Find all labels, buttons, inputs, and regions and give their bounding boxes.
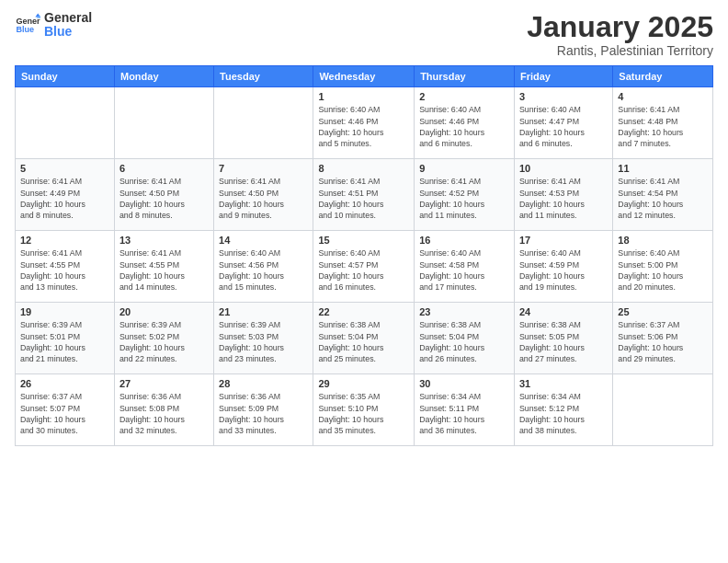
day-info: Sunrise: 6:39 AM Sunset: 5:01 PM Dayligh… <box>20 319 109 364</box>
day-info: Sunrise: 6:39 AM Sunset: 5:03 PM Dayligh… <box>219 319 308 364</box>
day-number: 15 <box>318 235 409 246</box>
logo-general: General <box>44 11 92 25</box>
day-number: 7 <box>219 163 308 174</box>
day-number: 22 <box>318 306 409 317</box>
table-row: 16Sunrise: 6:40 AM Sunset: 4:58 PM Dayli… <box>415 231 515 303</box>
day-info: Sunrise: 6:38 AM Sunset: 5:05 PM Dayligh… <box>519 319 608 364</box>
day-info: Sunrise: 6:40 AM Sunset: 4:59 PM Dayligh… <box>519 247 608 293</box>
day-info: Sunrise: 6:41 AM Sunset: 4:53 PM Dayligh… <box>519 176 608 221</box>
day-info: Sunrise: 6:34 AM Sunset: 5:11 PM Dayligh… <box>419 391 509 436</box>
day-number: 25 <box>618 306 708 317</box>
day-number: 13 <box>119 235 209 246</box>
table-row <box>16 87 115 159</box>
day-number: 6 <box>119 163 209 174</box>
table-row: 19Sunrise: 6:39 AM Sunset: 5:01 PM Dayli… <box>16 303 115 374</box>
calendar-table: Sunday Monday Tuesday Wednesday Thursday… <box>15 65 713 446</box>
day-number: 12 <box>20 235 109 246</box>
day-number: 27 <box>119 378 209 389</box>
day-number: 2 <box>419 91 509 102</box>
day-info: Sunrise: 6:41 AM Sunset: 4:54 PM Dayligh… <box>618 176 708 221</box>
day-number: 24 <box>519 306 608 317</box>
table-row: 31Sunrise: 6:34 AM Sunset: 5:12 PM Dayli… <box>514 374 612 446</box>
header-saturday: Saturday <box>613 66 713 87</box>
page: General Blue General Blue January 2025 R… <box>0 0 728 563</box>
header: General Blue General Blue January 2025 R… <box>15 11 713 58</box>
day-info: Sunrise: 6:36 AM Sunset: 5:09 PM Dayligh… <box>219 391 308 436</box>
calendar-week-row: 12Sunrise: 6:41 AM Sunset: 4:55 PM Dayli… <box>16 231 713 303</box>
table-row: 13Sunrise: 6:41 AM Sunset: 4:55 PM Dayli… <box>114 231 213 303</box>
table-row: 29Sunrise: 6:35 AM Sunset: 5:10 PM Dayli… <box>313 374 415 446</box>
logo-icon: General Blue <box>15 12 40 38</box>
day-number: 18 <box>618 235 708 246</box>
day-number: 8 <box>318 163 409 174</box>
day-number: 23 <box>419 306 509 317</box>
table-row: 2Sunrise: 6:40 AM Sunset: 4:46 PM Daylig… <box>415 87 515 159</box>
table-row: 21Sunrise: 6:39 AM Sunset: 5:03 PM Dayli… <box>214 303 313 374</box>
header-monday: Monday <box>114 66 213 87</box>
calendar-week-row: 5Sunrise: 6:41 AM Sunset: 4:49 PM Daylig… <box>16 159 713 231</box>
day-number: 31 <box>519 378 608 389</box>
svg-text:General: General <box>16 17 40 26</box>
day-info: Sunrise: 6:40 AM Sunset: 5:00 PM Dayligh… <box>618 247 708 293</box>
day-info: Sunrise: 6:36 AM Sunset: 5:08 PM Dayligh… <box>119 391 209 436</box>
day-number: 9 <box>419 163 509 174</box>
calendar-header-row: Sunday Monday Tuesday Wednesday Thursday… <box>16 66 713 87</box>
day-number: 20 <box>119 306 209 317</box>
day-info: Sunrise: 6:40 AM Sunset: 4:46 PM Dayligh… <box>318 104 409 149</box>
table-row: 9Sunrise: 6:41 AM Sunset: 4:52 PM Daylig… <box>415 159 515 231</box>
table-row: 7Sunrise: 6:41 AM Sunset: 4:50 PM Daylig… <box>214 159 313 231</box>
day-info: Sunrise: 6:41 AM Sunset: 4:49 PM Dayligh… <box>20 176 109 221</box>
day-info: Sunrise: 6:40 AM Sunset: 4:57 PM Dayligh… <box>318 247 409 293</box>
header-friday: Friday <box>514 66 612 87</box>
day-info: Sunrise: 6:40 AM Sunset: 4:58 PM Dayligh… <box>419 247 509 293</box>
logo: General Blue General Blue <box>15 11 92 40</box>
header-tuesday: Tuesday <box>214 66 313 87</box>
month-title: January 2025 <box>527 11 713 43</box>
day-info: Sunrise: 6:34 AM Sunset: 5:12 PM Dayligh… <box>519 391 608 436</box>
day-number: 16 <box>419 235 509 246</box>
table-row: 5Sunrise: 6:41 AM Sunset: 4:49 PM Daylig… <box>16 159 115 231</box>
table-row: 26Sunrise: 6:37 AM Sunset: 5:07 PM Dayli… <box>16 374 115 446</box>
title-block: January 2025 Rantis, Palestinian Territo… <box>527 11 713 58</box>
calendar-week-row: 1Sunrise: 6:40 AM Sunset: 4:46 PM Daylig… <box>16 87 713 159</box>
day-number: 19 <box>20 306 109 317</box>
calendar-week-row: 19Sunrise: 6:39 AM Sunset: 5:01 PM Dayli… <box>16 303 713 374</box>
table-row: 27Sunrise: 6:36 AM Sunset: 5:08 PM Dayli… <box>114 374 213 446</box>
table-row: 24Sunrise: 6:38 AM Sunset: 5:05 PM Dayli… <box>514 303 612 374</box>
day-info: Sunrise: 6:41 AM Sunset: 4:48 PM Dayligh… <box>618 104 708 149</box>
day-info: Sunrise: 6:41 AM Sunset: 4:55 PM Dayligh… <box>119 247 209 293</box>
table-row: 10Sunrise: 6:41 AM Sunset: 4:53 PM Dayli… <box>514 159 612 231</box>
day-number: 3 <box>519 91 608 102</box>
day-number: 14 <box>219 235 308 246</box>
day-number: 10 <box>519 163 608 174</box>
location-subtitle: Rantis, Palestinian Territory <box>527 43 713 58</box>
table-row <box>613 374 713 446</box>
day-number: 29 <box>318 378 409 389</box>
table-row: 30Sunrise: 6:34 AM Sunset: 5:11 PM Dayli… <box>415 374 515 446</box>
table-row: 20Sunrise: 6:39 AM Sunset: 5:02 PM Dayli… <box>114 303 213 374</box>
day-number: 30 <box>419 378 509 389</box>
day-info: Sunrise: 6:35 AM Sunset: 5:10 PM Dayligh… <box>318 391 409 436</box>
day-info: Sunrise: 6:38 AM Sunset: 5:04 PM Dayligh… <box>419 319 509 364</box>
day-number: 5 <box>20 163 109 174</box>
day-info: Sunrise: 6:37 AM Sunset: 5:07 PM Dayligh… <box>20 391 109 436</box>
day-number: 4 <box>618 91 708 102</box>
table-row: 8Sunrise: 6:41 AM Sunset: 4:51 PM Daylig… <box>313 159 415 231</box>
day-number: 21 <box>219 306 308 317</box>
table-row: 12Sunrise: 6:41 AM Sunset: 4:55 PM Dayli… <box>16 231 115 303</box>
header-sunday: Sunday <box>16 66 115 87</box>
day-info: Sunrise: 6:41 AM Sunset: 4:50 PM Dayligh… <box>219 176 308 221</box>
table-row: 25Sunrise: 6:37 AM Sunset: 5:06 PM Dayli… <box>613 303 713 374</box>
table-row: 17Sunrise: 6:40 AM Sunset: 4:59 PM Dayli… <box>514 231 612 303</box>
table-row: 4Sunrise: 6:41 AM Sunset: 4:48 PM Daylig… <box>613 87 713 159</box>
day-number: 11 <box>618 163 708 174</box>
logo-blue: Blue <box>44 25 92 39</box>
table-row: 18Sunrise: 6:40 AM Sunset: 5:00 PM Dayli… <box>613 231 713 303</box>
day-info: Sunrise: 6:41 AM Sunset: 4:51 PM Dayligh… <box>318 176 409 221</box>
day-number: 17 <box>519 235 608 246</box>
table-row: 11Sunrise: 6:41 AM Sunset: 4:54 PM Dayli… <box>613 159 713 231</box>
table-row <box>114 87 213 159</box>
header-wednesday: Wednesday <box>313 66 415 87</box>
table-row: 14Sunrise: 6:40 AM Sunset: 4:56 PM Dayli… <box>214 231 313 303</box>
svg-text:Blue: Blue <box>16 26 34 35</box>
